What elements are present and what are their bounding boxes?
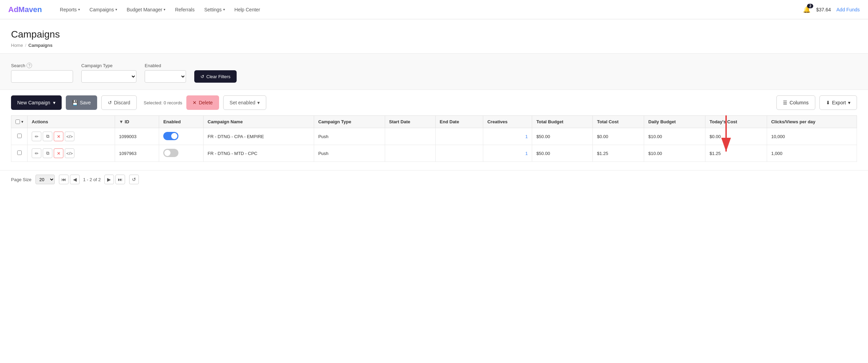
th-checkbox: ▾ — [11, 116, 28, 128]
row-total-cost: $1.25 — [593, 145, 644, 162]
delete-row-button[interactable]: ✕ — [54, 148, 63, 158]
row-actions-cell: ✏ ⧉ ✕ </> — [28, 145, 115, 162]
discard-button[interactable]: ↺ Discard — [101, 95, 137, 110]
set-enabled-button[interactable]: Set enabled ▾ — [223, 95, 267, 110]
close-icon: ✕ — [193, 100, 197, 105]
row-enabled-cell — [159, 145, 204, 162]
prev-page-button[interactable]: ◀ — [70, 175, 80, 184]
selected-records-info: Selected: 0 records — [144, 100, 182, 105]
th-clicks-views: Clicks/Views per day — [767, 116, 857, 128]
row-id: 1099003 — [115, 128, 159, 145]
breadcrumb-separator: / — [25, 43, 27, 48]
row-start-date — [385, 128, 435, 145]
nav-item-reports[interactable]: Reports ▾ — [56, 5, 84, 14]
nav-item-referrals[interactable]: Referrals — [171, 5, 199, 14]
copy-button[interactable]: ⧉ — [43, 132, 52, 141]
creatives-link[interactable]: 1 — [525, 151, 528, 156]
copy-button[interactable]: ⧉ — [43, 148, 52, 158]
creatives-link[interactable]: 1 — [525, 134, 528, 139]
export-button[interactable]: ⬇ Export ▾ — [819, 95, 857, 110]
th-id[interactable]: ▼ ID — [115, 116, 159, 128]
add-funds-button[interactable]: Add Funds — [836, 7, 860, 12]
last-page-button[interactable]: ⏭ — [115, 175, 125, 184]
chevron-down-icon: ▾ — [257, 100, 260, 105]
code-button[interactable]: </> — [65, 132, 74, 141]
nav-item-settings[interactable]: Settings ▾ — [200, 5, 229, 14]
table-container: ▾ Actions ▼ ID Enabled Campaign Name Cam… — [0, 115, 868, 170]
delete-button[interactable]: ✕ Delete — [186, 95, 219, 110]
notifications-bell[interactable]: 🔔 2 — [803, 6, 810, 13]
th-total-cost: Total Cost — [593, 116, 644, 128]
row-todays-cost: $1.25 — [705, 145, 767, 162]
app-logo[interactable]: AdMaven — [8, 5, 42, 14]
th-daily-budget: Daily Budget — [644, 116, 705, 128]
chevron-down-icon: ▾ — [53, 100, 55, 105]
row-clicks-views: 1,000 — [767, 145, 857, 162]
next-page-button[interactable]: ▶ — [104, 175, 114, 184]
enabled-toggle[interactable] — [163, 149, 178, 157]
row-checkbox-cell — [11, 128, 28, 145]
new-campaign-button[interactable]: New Campaign ▾ — [11, 95, 62, 110]
row-start-date — [385, 145, 435, 162]
search-filter-group: Search ? — [11, 63, 73, 83]
row-clicks-views: 10,000 — [767, 128, 857, 145]
code-button[interactable]: </> — [65, 148, 74, 158]
notification-badge: 2 — [807, 4, 813, 8]
row-campaign-name: FR - DTNG - CPA - EMPIRE — [203, 128, 314, 145]
th-end-date: End Date — [435, 116, 483, 128]
delete-row-button[interactable]: ✕ — [54, 132, 63, 141]
chevron-down-icon: ▾ — [848, 100, 850, 105]
nav-item-help-center[interactable]: Help Center — [230, 5, 265, 14]
campaign-type-filter-group: Campaign Type Push Pop — [81, 63, 136, 83]
save-button[interactable]: 💾 Save — [66, 95, 97, 110]
edit-button[interactable]: ✏ — [32, 148, 41, 158]
row-end-date — [435, 128, 483, 145]
page-size-select[interactable]: 20 10 50 100 — [35, 175, 55, 184]
row-checkbox[interactable] — [17, 134, 22, 138]
th-total-budget: Total Budget — [532, 116, 593, 128]
row-campaign-type: Push — [314, 128, 385, 145]
breadcrumb-home[interactable]: Home — [11, 43, 23, 48]
row-campaign-name: FR - DTNG - MTD - CPC — [203, 145, 314, 162]
campaign-type-label: Campaign Type — [81, 63, 136, 68]
search-help-icon[interactable]: ? — [27, 63, 32, 68]
columns-button[interactable]: ☰ Columns — [776, 95, 815, 110]
chevron-down-icon: ▾ — [164, 8, 165, 11]
nav-item-budget-manager[interactable]: Budget Manager ▾ — [123, 5, 170, 14]
row-end-date — [435, 145, 483, 162]
sort-icon: ▼ — [119, 119, 125, 124]
enabled-toggle[interactable] — [163, 132, 178, 140]
enabled-select[interactable]: Yes No — [145, 70, 186, 83]
row-daily-budget: $10.00 — [644, 128, 705, 145]
chevron-down-icon[interactable]: ▾ — [21, 120, 23, 124]
th-actions: Actions — [28, 116, 115, 128]
select-all-checkbox[interactable] — [16, 120, 20, 124]
first-page-button[interactable]: ⏮ — [59, 175, 69, 184]
table-row: ✏ ⧉ ✕ </> 1097963FR - DTNG - MTD - CPCPu… — [11, 145, 857, 162]
th-creatives: Creatives — [483, 116, 532, 128]
th-campaign-type: Campaign Type — [314, 116, 385, 128]
edit-button[interactable]: ✏ — [32, 132, 41, 141]
columns-icon: ☰ — [783, 100, 787, 105]
row-campaign-type: Push — [314, 145, 385, 162]
pagination-controls: ⏮ ◀ 1 - 2 of 2 ▶ ⏭ — [59, 175, 125, 184]
table-wrapper: ▾ Actions ▼ ID Enabled Campaign Name Cam… — [11, 115, 857, 162]
campaign-type-select[interactable]: Push Pop — [81, 70, 136, 83]
page-size-label: Page Size — [11, 177, 31, 182]
account-balance: $37.64 — [816, 7, 831, 12]
discard-icon: ↺ — [108, 100, 112, 105]
pagination-bar: Page Size 20 10 50 100 ⏮ ◀ 1 - 2 of 2 ▶ … — [0, 170, 868, 188]
clear-filters-button[interactable]: ↺ Clear Filters — [194, 70, 237, 83]
th-start-date: Start Date — [385, 116, 435, 128]
page-content: Campaigns Home / Campaigns Search ? Camp… — [0, 19, 868, 363]
cloud-download-icon: ⬇ — [826, 100, 830, 105]
page-info: 1 - 2 of 2 — [81, 177, 103, 182]
navbar: AdMaven Reports ▾ Campaigns ▾ Budget Man… — [0, 0, 868, 19]
table-header: ▾ Actions ▼ ID Enabled Campaign Name Cam… — [11, 116, 857, 128]
refresh-button[interactable]: ↺ — [129, 175, 139, 184]
nav-item-campaigns[interactable]: Campaigns ▾ — [85, 5, 121, 14]
table-body: ✏ ⧉ ✕ </> 1099003FR - DTNG - CPA - EMPIR… — [11, 128, 857, 162]
th-campaign-name: Campaign Name — [203, 116, 314, 128]
row-checkbox[interactable] — [17, 151, 22, 155]
search-input[interactable] — [11, 70, 73, 83]
